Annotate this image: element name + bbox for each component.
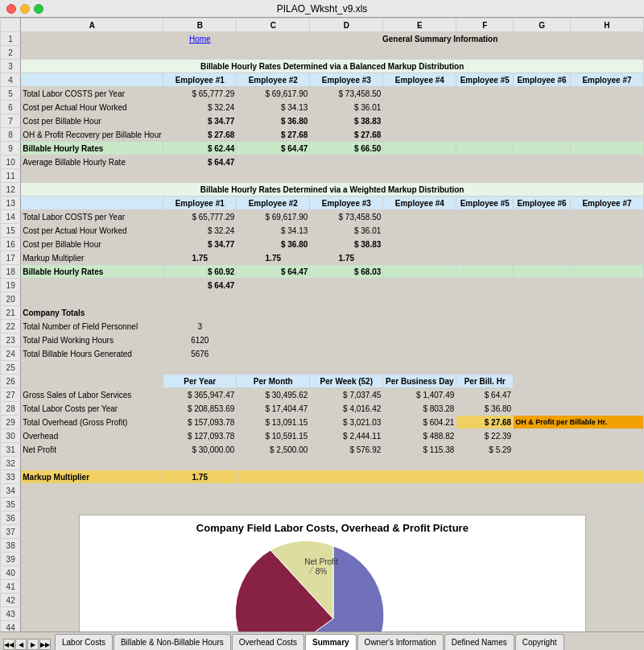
minimize-button[interactable] [20,4,30,14]
tab-nav-arrows[interactable]: ◀◀ ◀ ▶ ▶▶ [3,639,51,650]
window-title: PILAO_Wksht_v9.xls [277,3,368,14]
row-13: 13 Employee #1 Employee #2 Employee #3 E… [1,197,644,210]
corner-header [1,19,21,32]
main-title: General Summary Information [237,32,644,46]
row-12: 12 Billable Hourly Rates Determined via … [1,183,644,197]
row-23: 23 Total Paid Working Hours 6120 [1,333,644,347]
row-35: 35 [1,498,644,511]
row-20: 20 [1,292,644,306]
tab-next-arrow[interactable]: ▶ [27,639,39,650]
col-header-d: D [310,19,383,32]
row-30: 30 Overhead $ 127,093.78 $ 10,591.15 $ 2… [1,429,644,443]
row-32: 32 [1,457,644,470]
row-18: 18 Billable Hourly Rates $ 60.92 $ 64.47… [1,265,644,279]
tab-billable-hours[interactable]: Billable & Non-Billable Hours [114,634,231,650]
svg-text:Net Profit: Net Profit [304,557,338,566]
col-header-g: G [514,19,571,32]
row-2: 2 [1,46,644,60]
tab-summary[interactable]: Summary [305,634,357,650]
row-33: 33 Markup Multiplier 1.75 [1,470,644,484]
window-buttons[interactable] [6,4,43,14]
home-link[interactable]: Home [163,32,237,46]
row-34: 34 [1,484,644,498]
col-header-a: A [21,19,163,32]
row-26: 26 Per Year Per Month Per Week (52) Per … [1,375,644,388]
title-bar: PILAO_Wksht_v9.xls [0,0,644,18]
main-table: A B C D E F G H 1 Home General Summary I… [0,18,644,631]
row-24: 24 Total Billable Hours Generated 5676 [1,347,644,361]
row-15: 15 Cost per Actual Hour Worked $ 32.24 $… [1,224,644,238]
tab-first-arrow[interactable]: ◀◀ [3,639,14,650]
row-5: 5 Total Labor COSTS per Year $ 65,777.29… [1,87,644,101]
tab-copyright[interactable]: Copyright [515,634,564,650]
tab-defined-names[interactable]: Defined Names [444,634,514,650]
row-7: 7 Cost per Billable Hour $ 34.77 $ 36.80… [1,114,644,128]
svg-text:8%: 8% [316,567,328,576]
row-31: 31 Net Profit $ 30,000.00 $ 2,500.00 $ 5… [1,443,644,457]
row-16: 16 Cost per Billable Hour $ 34.77 $ 36.8… [1,238,644,251]
col-header-b: B [163,19,237,32]
row-4: 4 Employee #1 Employee #2 Employee #3 Em… [1,73,644,87]
row-11: 11 [1,169,644,183]
row-10: 10 Average Billable Hourly Rate $ 64.47 [1,155,644,169]
row-21: 21 Company Totals [1,306,644,320]
pie-chart: Net Profit 8% Overhead 35% Total Labor C… [80,534,586,631]
row-9: 9 Billable Hourly Rates $ 62.44 $ 64.47 … [1,142,644,155]
row-36: 36 Company Field Labor Costs, Overhead &… [1,511,644,525]
row-3: 3 Billable Hourly Rates Determined via a… [1,60,644,73]
tab-overhead-costs[interactable]: Overhead Costs [232,634,304,650]
row-29: 29 Total Overhead (Gross Profit) $ 157,0… [1,416,644,429]
chart-container: Company Field Labor Costs, Overhead & Pr… [79,515,586,631]
col-header-e: E [383,19,456,32]
col-header-c: C [237,19,310,32]
row-1: 1 Home General Summary Information [1,32,644,46]
row-14: 14 Total Labor COSTS per Year $ 65,777.2… [1,210,644,224]
row-6: 6 Cost per Actual Hour Worked $ 32.24 $ … [1,101,644,114]
maximize-button[interactable] [34,4,43,14]
tab-owner-info[interactable]: Owner's Information [357,634,444,650]
tab-prev-arrow[interactable]: ◀ [15,639,27,650]
close-button[interactable] [6,4,16,14]
col-header-h: H [570,19,643,32]
row-17: 17 Markup Multiplier 1.75 1.75 1.75 [1,251,644,265]
row-27: 27 Gross Sales of Labor Services $ 365,9… [1,388,644,402]
row-25: 25 [1,361,644,375]
spreadsheet-area: A B C D E F G H 1 Home General Summary I… [0,18,644,631]
row-19: 19 $ 64.47 [1,279,644,292]
tab-last-arrow[interactable]: ▶▶ [39,639,51,650]
tab-bar: ◀◀ ◀ ▶ ▶▶ Labor Costs Billable & Non-Bil… [0,631,644,650]
row-22: 22 Total Number of Field Personnel 3 [1,320,644,333]
col-header-f: F [456,19,514,32]
tab-labor-costs[interactable]: Labor Costs [55,634,113,650]
row-28: 28 Total Labor Costs per Year $ 208,853.… [1,402,644,416]
chart-title: Company Field Labor Costs, Overhead & Pr… [80,515,585,534]
row-8: 8 OH & Profit Recovery per Billable Hour… [1,128,644,142]
